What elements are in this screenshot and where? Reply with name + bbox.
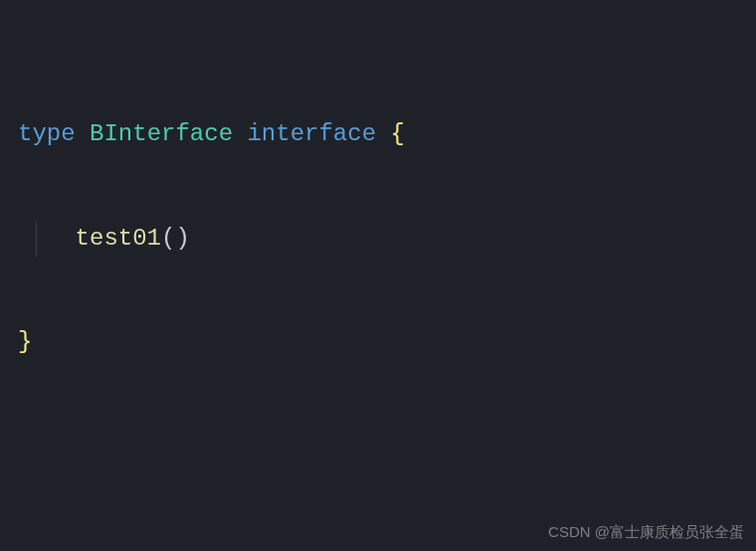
code-line: test01() <box>18 222 738 257</box>
brace-close: } <box>18 328 32 355</box>
method-name: test01 <box>76 225 161 252</box>
type-name: BInterface <box>90 120 233 147</box>
keyword-interface: interface <box>247 120 376 147</box>
parens: () <box>161 225 190 252</box>
keyword-type: type <box>18 120 76 147</box>
watermark-text: CSDN @富士康质检员张全蛋 <box>548 521 744 543</box>
code-block: type BInterface interface { test01() } t… <box>18 14 738 551</box>
blank-line <box>18 430 738 464</box>
code-line: type BInterface interface { <box>18 117 738 152</box>
brace-open: { <box>390 120 404 147</box>
code-line: } <box>18 325 738 360</box>
